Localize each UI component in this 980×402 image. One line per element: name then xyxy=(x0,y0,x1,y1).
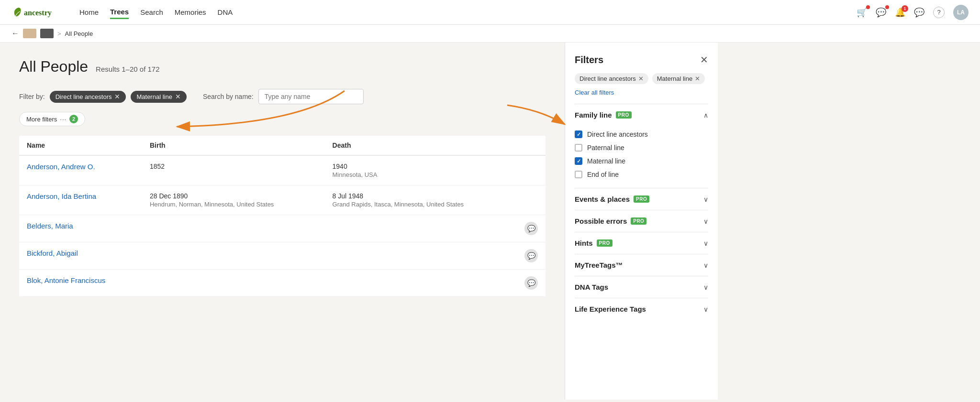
filter-section-header-possible_errors[interactable]: Possible errorsPRO∨ xyxy=(575,210,708,232)
filter-options-family_line: Direct line ancestorsPaternal lineMatern… xyxy=(575,126,708,188)
table-cell-birth xyxy=(142,270,325,297)
filter-section-header-dna_tags[interactable]: DNA Tags∨ xyxy=(575,276,708,298)
person-name-link[interactable]: Bickford, Abigail xyxy=(27,249,78,257)
search-name-input[interactable] xyxy=(258,89,364,104)
breadcrumb-bar: ← > All People xyxy=(0,25,980,43)
table-head: Name Birth Death xyxy=(19,136,546,155)
filter-section-mytree_tags: MyTreeTags™∨ xyxy=(575,254,708,276)
filter-option-family_line-0[interactable]: Direct line ancestors xyxy=(575,128,708,141)
filter-bar: Filter by: Direct line ancestors ✕ Mater… xyxy=(19,89,546,104)
filter-option-label-family_line-3: End of line xyxy=(587,171,619,178)
filter-section-title-life_experience_tags: Life Experience Tags xyxy=(575,305,646,313)
filter-checkbox-family_line-0[interactable] xyxy=(575,130,582,138)
table-cell-hints: 💬 xyxy=(517,270,546,297)
filter-section-title-events_places: Events & placesPRO xyxy=(575,195,649,203)
nav-home[interactable]: Home xyxy=(79,6,99,18)
table-row: Anderson, Ida Bertina28 Dec 1890Hendrum,… xyxy=(19,185,546,215)
person-name-link[interactable]: Anderson, Andrew O. xyxy=(27,163,95,171)
filter-by-label: Filter by: xyxy=(19,93,45,100)
nav-search[interactable]: Search xyxy=(140,6,163,18)
nav-trees[interactable]: Trees xyxy=(110,6,129,19)
filter-option-family_line-1[interactable]: Paternal line xyxy=(575,141,708,154)
back-button[interactable]: ← xyxy=(11,29,19,38)
filter-chip-direct-label: Direct line ancestors xyxy=(56,93,112,100)
panel-close-button[interactable]: ✕ xyxy=(700,54,708,65)
table-cell-hints xyxy=(517,155,546,185)
col-birth: Birth xyxy=(142,136,325,155)
filter-option-family_line-3[interactable]: End of line xyxy=(575,168,708,181)
filter-section-header-family_line[interactable]: Family linePRO∧ xyxy=(575,104,708,126)
filter-chip-maternal-remove[interactable]: ✕ xyxy=(175,93,181,100)
birth-place: Hendrum, Norman, Minnesota, United State… xyxy=(150,201,317,208)
hints-icon[interactable]: 💬 xyxy=(524,222,538,235)
table-cell-name: Belders, Maria xyxy=(19,215,142,242)
chevron-icon-dna_tags: ∨ xyxy=(703,283,708,291)
message-button[interactable]: 💬 xyxy=(914,7,924,18)
panel-header: Filters ✕ xyxy=(575,54,708,65)
death-place: Grand Rapids, Itasca, Minnesota, United … xyxy=(333,201,509,208)
chat-button[interactable]: 💬 xyxy=(876,7,886,18)
filter-section-header-life_experience_tags[interactable]: Life Experience Tags∨ xyxy=(575,298,708,320)
help-button[interactable]: ? xyxy=(933,7,945,18)
table-cell-hints: 💬 xyxy=(517,215,546,242)
col-death: Death xyxy=(325,136,517,155)
filter-section-header-hints[interactable]: HintsPRO∨ xyxy=(575,232,708,254)
avatar-button[interactable]: LA xyxy=(953,5,969,20)
table-cell-name: Bickford, Abigail xyxy=(19,242,142,270)
col-name: Name xyxy=(19,136,142,155)
filter-section-header-events_places[interactable]: Events & placesPRO∨ xyxy=(575,188,708,210)
filter-option-family_line-2[interactable]: Maternal line xyxy=(575,154,708,168)
more-filters-button[interactable]: More filters ··· 2 xyxy=(19,112,85,126)
nav-right: 🛒 💬 🔔 1 💬 ? LA xyxy=(857,5,969,20)
tree-thumb-1 xyxy=(23,29,36,38)
filter-checkbox-family_line-2[interactable] xyxy=(575,157,582,165)
table-cell-hints: 💬 xyxy=(517,242,546,270)
filter-section-title-dna_tags: DNA Tags xyxy=(575,283,608,291)
results-count: Results 1–20 of 172 xyxy=(96,65,159,73)
filter-section-title-mytree_tags: MyTreeTags™ xyxy=(575,261,623,269)
filter-chip-direct-remove[interactable]: ✕ xyxy=(114,93,120,100)
panel-chip-direct[interactable]: Direct line ancestors ✕ xyxy=(575,73,648,84)
svg-text:ancestry: ancestry xyxy=(24,9,52,17)
chevron-icon-hints: ∨ xyxy=(703,239,708,247)
nav-links: Home Trees Search Memories DNA xyxy=(79,6,233,19)
more-filters-row: More filters ··· 2 xyxy=(19,112,546,126)
more-filters-dots: ··· xyxy=(60,116,67,123)
table-header-row: Name Birth Death xyxy=(19,136,546,155)
hints-icon[interactable]: 💬 xyxy=(524,249,538,262)
more-filters-label: More filters xyxy=(26,116,57,123)
filter-chip-direct[interactable]: Direct line ancestors ✕ xyxy=(50,91,126,103)
person-name-link[interactable]: Belders, Maria xyxy=(27,222,73,230)
table-cell-name: Anderson, Andrew O. xyxy=(19,155,142,185)
panel-chip-direct-remove[interactable]: ✕ xyxy=(638,75,644,82)
table-cell-death xyxy=(325,270,517,297)
chevron-icon-life_experience_tags: ∨ xyxy=(703,305,708,313)
filter-checkbox-family_line-1[interactable] xyxy=(575,144,582,152)
bell-button[interactable]: 🔔 1 xyxy=(895,7,905,18)
pro-badge: PRO xyxy=(616,111,632,119)
breadcrumb-separator: > xyxy=(57,30,61,37)
panel-chip-maternal-remove[interactable]: ✕ xyxy=(695,75,700,82)
person-name-link[interactable]: Blok, Antonie Franciscus xyxy=(27,276,105,284)
pro-badge: PRO xyxy=(634,196,649,203)
filter-option-label-family_line-2: Maternal line xyxy=(587,157,625,165)
content-area: All People Results 1–20 of 172 Filter by… xyxy=(0,43,565,400)
nav-memories[interactable]: Memories xyxy=(175,6,206,18)
cart-button[interactable]: 🛒 xyxy=(857,7,867,18)
logo[interactable]: ancestry xyxy=(11,5,64,20)
pro-badge: PRO xyxy=(597,239,612,247)
filter-checkbox-family_line-3[interactable] xyxy=(575,171,582,178)
filter-chip-maternal[interactable]: Maternal line ✕ xyxy=(131,91,186,103)
filter-section-events_places: Events & placesPRO∨ xyxy=(575,188,708,210)
table-cell-birth xyxy=(142,242,325,270)
nav-dna[interactable]: DNA xyxy=(218,6,233,18)
person-name-link[interactable]: Anderson, Ida Bertina xyxy=(27,192,96,200)
hints-icon[interactable]: 💬 xyxy=(524,276,538,290)
tree-thumb-2 xyxy=(40,29,54,38)
filter-section-possible_errors: Possible errorsPRO∨ xyxy=(575,210,708,232)
panel-chip-maternal[interactable]: Maternal line ✕ xyxy=(652,73,705,84)
clear-all-filters-link[interactable]: Clear all filters xyxy=(575,89,708,96)
filter-section-life_experience_tags: Life Experience Tags∨ xyxy=(575,298,708,320)
table-cell-hints xyxy=(517,185,546,215)
filter-section-header-mytree_tags[interactable]: MyTreeTags™∨ xyxy=(575,254,708,276)
